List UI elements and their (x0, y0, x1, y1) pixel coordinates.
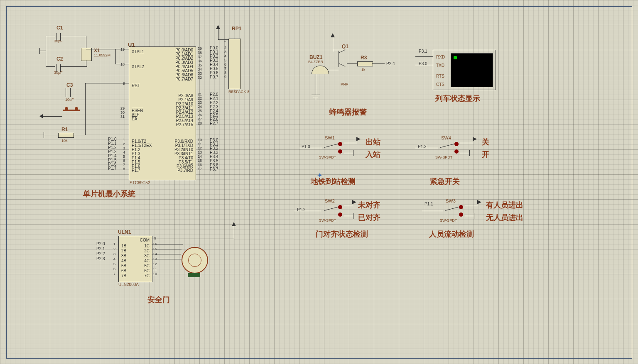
stepper-motor[interactable] (182, 247, 208, 274)
sw3-a: 有人员进出 (486, 200, 523, 210)
c2-ref: C2 (56, 56, 63, 62)
pin-xtal1: XTAL1 (132, 49, 144, 54)
c3-ref: C3 (66, 82, 73, 88)
x1-val: 11.0592M (94, 53, 110, 57)
c1-ref: C1 (56, 25, 63, 31)
sw4-a: 关 (482, 137, 489, 147)
sw1-ref: SW1 (325, 135, 335, 140)
r1-val: 10k (61, 139, 68, 143)
buz-net: P2.4 (386, 61, 395, 66)
buzzer-section-label: 蜂鸣器报警 (329, 107, 367, 117)
pin-rst: RST (132, 83, 140, 88)
sw2-a: 未对齐 (358, 200, 380, 210)
serial-display[interactable] (451, 53, 493, 87)
sw3-a-arrow (477, 200, 481, 204)
sw4-section: 紧急开关 (430, 176, 460, 186)
transistor[interactable] (339, 51, 347, 67)
mcu-section-label: 单片机最小系统 (83, 189, 135, 199)
uln-part: ULN2003A (118, 282, 139, 287)
rp1-part: RESPACK-8 (228, 90, 249, 94)
sw1-b: 入站 (366, 149, 380, 159)
sw3-b: 无人员进出 (486, 213, 523, 222)
gnd-arrow (39, 114, 43, 118)
uln-ref: ULN1 (118, 229, 131, 235)
vcc-arrow-motor (232, 222, 236, 226)
p1i-7: P1.7 (132, 168, 140, 173)
sw2-a-arrow (352, 200, 356, 204)
sw3-ref: SW3 (446, 198, 456, 203)
sw2-section: 门对齐状态检测 (316, 229, 368, 239)
rp1-ref: RP1 (232, 26, 241, 32)
display-section-label: 列车状态显示 (435, 93, 480, 103)
p3-7: P3.7/RD (177, 168, 193, 173)
sw4-b: 开 (482, 149, 489, 159)
motor-tag (188, 273, 200, 277)
uln-chip[interactable]: COM 1B 2B 3B 4B 5B 6B 7B 1C 2C 3C 4C 5C … (118, 236, 152, 282)
sw3-section: 人员流动检测 (429, 229, 474, 239)
r1[interactable] (58, 133, 74, 138)
sw4-part: SW-SPDT (435, 155, 452, 159)
c3[interactable] (66, 88, 71, 97)
pin-xtal2: XTAL2 (132, 64, 144, 69)
p0-7: P0.7/AD7 (175, 77, 193, 81)
sw1-part: SW-SPDT (319, 155, 336, 159)
vcc-arrow-rp1 (216, 25, 220, 29)
r3-val: 1k (361, 68, 366, 72)
origin-marker: ✦ (317, 171, 322, 179)
p2-7: P2.7/A15 (176, 122, 193, 127)
sw3-part: SW-SPDT (440, 218, 457, 222)
c2-val: 30pF (54, 71, 63, 75)
r3[interactable] (357, 61, 373, 66)
mcu-part: STC89C52 (130, 181, 150, 185)
pin-ea: EA (132, 117, 137, 121)
sw4-ref: SW4 (441, 135, 451, 140)
sw1-a: 出站 (366, 137, 380, 147)
reset-button[interactable] (63, 107, 80, 114)
crystal[interactable] (81, 48, 92, 61)
sw2-part: SW-SPDT (319, 218, 336, 222)
buz-ref: BUZ1 (309, 54, 322, 60)
mcu-chip[interactable]: XTAL1 XTAL2 RST PSEN ALE EA P0.0/AD0 P0.… (129, 46, 196, 180)
sw1-a-arrow (356, 137, 361, 141)
c3-val: 10uF (65, 98, 74, 102)
uln-section-label: 安全门 (147, 295, 170, 305)
sw2-ref: SW2 (325, 198, 335, 203)
r1-ref: R1 (61, 127, 68, 132)
buz-part: BUZZER (308, 60, 323, 64)
respack-chip[interactable] (228, 39, 241, 89)
q1-ref: Q1 (342, 44, 348, 49)
vcc-arrow-buz (331, 33, 335, 37)
sw2-b: 已对齐 (358, 213, 380, 222)
r3-ref: R3 (361, 55, 367, 61)
sw4-a-arrow (473, 137, 477, 141)
q1-type: PNP (341, 82, 348, 86)
gnd-buzzer (312, 95, 320, 100)
c1-val: 30pF (54, 39, 63, 43)
